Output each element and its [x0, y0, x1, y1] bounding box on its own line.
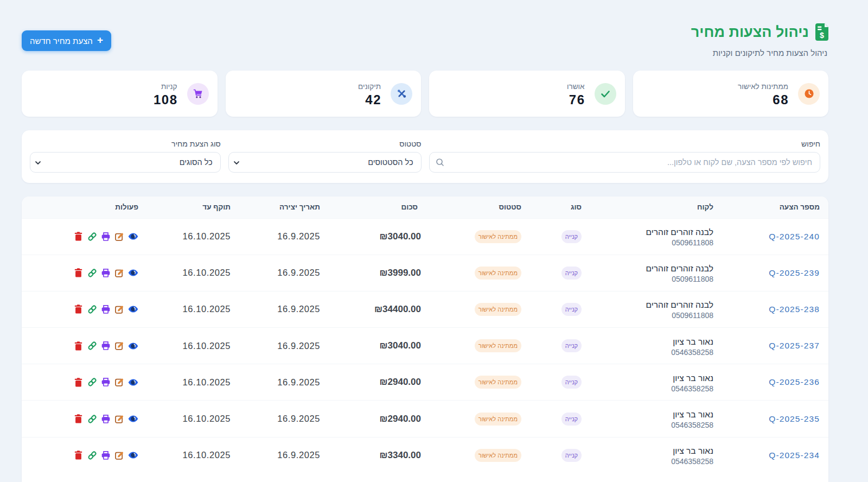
svg-text:$: $	[820, 31, 824, 40]
